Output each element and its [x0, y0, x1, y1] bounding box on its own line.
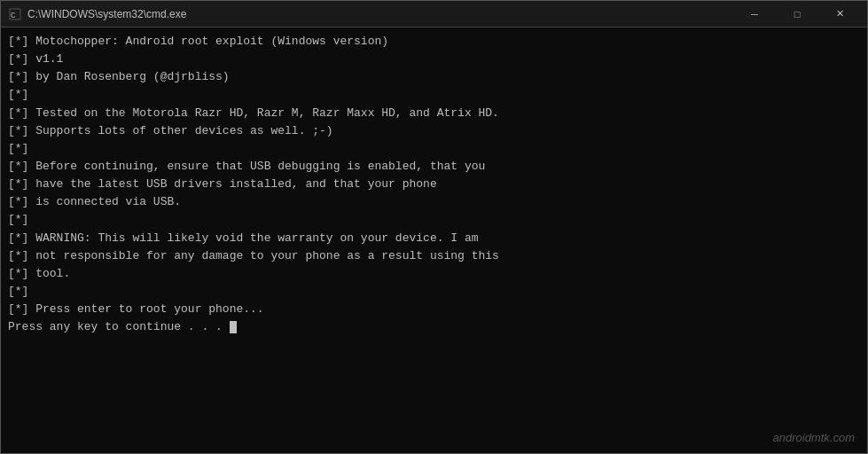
title-bar-left: C C:\WINDOWS\system32\cmd.exe	[8, 7, 186, 21]
window-title: C:\WINDOWS\system32\cmd.exe	[27, 8, 186, 20]
cursor	[230, 321, 237, 333]
title-bar-buttons: ─ □ ✕	[734, 1, 860, 27]
title-bar: C C:\WINDOWS\system32\cmd.exe ─ □ ✕	[1, 1, 867, 27]
cmd-icon: C	[8, 7, 22, 21]
cmd-window: C C:\WINDOWS\system32\cmd.exe ─ □ ✕ [*] …	[0, 0, 868, 454]
console-body: [*] Motochopper: Android root exploit (W…	[1, 27, 867, 453]
watermark: androidmtk.com	[773, 431, 855, 444]
close-button[interactable]: ✕	[819, 1, 860, 27]
minimize-button[interactable]: ─	[734, 1, 775, 27]
console-output: [*] Motochopper: Android root exploit (W…	[8, 33, 860, 336]
maximize-button[interactable]: □	[777, 1, 817, 27]
svg-text:C: C	[11, 12, 16, 20]
